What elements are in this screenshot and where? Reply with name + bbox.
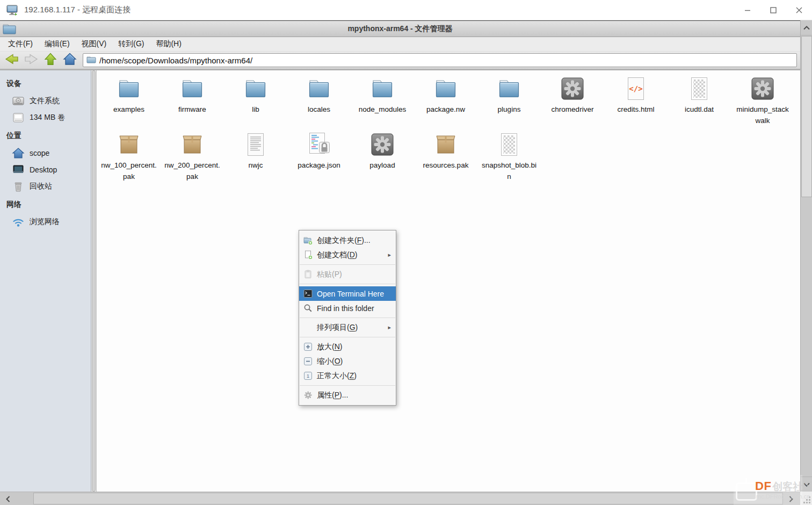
menu-separator xyxy=(300,318,395,318)
folder-icon xyxy=(306,76,332,102)
menubar-item[interactable]: 视图(V) xyxy=(76,37,113,51)
rdp-window-title: 192.168.1.117 - 远程桌面连接 xyxy=(24,5,130,15)
home-button[interactable] xyxy=(60,52,79,68)
file-label: chromedriver xyxy=(552,104,594,116)
menu-item-open-terminal[interactable]: Open Terminal Here xyxy=(299,286,396,301)
data-icon xyxy=(686,76,712,102)
file-label: node_modules xyxy=(359,104,407,116)
zoom-normal-icon: 1 xyxy=(303,371,313,380)
scroll-right-button[interactable] xyxy=(783,492,799,505)
text-icon xyxy=(243,132,269,157)
menu-separator xyxy=(300,385,395,386)
menubar-item[interactable]: 转到(G) xyxy=(112,37,150,51)
sidebar-item[interactable]: 文件系统 xyxy=(0,92,91,109)
menubar-item[interactable]: 编辑(E) xyxy=(39,37,76,51)
menu-item-zoom-out[interactable]: 缩小(O) xyxy=(299,354,396,369)
sidebar-item[interactable]: Desktop xyxy=(0,161,91,178)
file-label: examples xyxy=(113,104,144,116)
home-icon xyxy=(63,52,77,68)
remote-desktop-icon xyxy=(6,4,19,17)
submenu-arrow-icon: ▸ xyxy=(388,324,391,331)
html-icon: </> xyxy=(623,76,649,102)
svg-text:1: 1 xyxy=(307,373,309,379)
sidebar-item[interactable]: 回收站 xyxy=(0,178,91,194)
scrollbar-thumb[interactable] xyxy=(92,70,96,492)
package-icon xyxy=(116,132,142,157)
sidebar-item[interactable]: scope xyxy=(0,145,91,161)
minimize-button[interactable] xyxy=(735,0,760,20)
file-item[interactable]: examples xyxy=(97,73,161,128)
forward-button[interactable] xyxy=(21,52,41,68)
file-label: package.json xyxy=(298,160,340,171)
file-item[interactable]: resources.pak xyxy=(414,128,477,184)
sidebar-item[interactable]: 134 MB 卷 xyxy=(0,109,91,126)
address-bar[interactable]: /home/scope/Downloads/mpythonx-arm64/ xyxy=(83,53,797,67)
menubar-item[interactable]: 帮助(H) xyxy=(150,37,187,51)
maximize-button[interactable] xyxy=(760,0,786,20)
file-view[interactable]: examples firmware lib locales xyxy=(97,70,800,492)
maximize-icon xyxy=(770,7,777,13)
scroll-down-button[interactable] xyxy=(801,477,812,492)
file-label: minidump_stackwalk xyxy=(734,104,791,127)
file-item[interactable]: nw_100_percent.pak xyxy=(97,128,161,184)
file-item[interactable]: locales xyxy=(287,73,351,128)
file-item[interactable]: firmware xyxy=(161,73,224,128)
menu-item-zoom-in[interactable]: 放大(N) xyxy=(299,340,396,354)
file-item[interactable]: snapshot_blob.bin xyxy=(477,128,541,184)
file-item[interactable]: nw_200_percent.pak xyxy=(161,128,224,184)
close-icon xyxy=(796,7,802,13)
file-label: lib xyxy=(252,104,259,116)
scroll-left-button[interactable] xyxy=(0,492,16,505)
file-item[interactable]: chromedriver xyxy=(541,73,604,128)
zoom-out-icon xyxy=(303,357,313,366)
file-item[interactable]: icudtl.dat xyxy=(668,73,731,128)
up-button[interactable] xyxy=(41,52,60,68)
folder-icon xyxy=(116,76,142,102)
sidebar-item[interactable]: 浏览网络 xyxy=(0,213,91,230)
minimize-icon xyxy=(744,7,751,13)
file-item[interactable]: payload xyxy=(351,128,414,184)
remote-desktop-client: 192.168.1.117 - 远程桌面连接 mpythonx-arm64 - … xyxy=(0,0,812,505)
file-item[interactable]: node_modules xyxy=(351,73,414,128)
file-label: nw_100_percent.pak xyxy=(100,160,157,183)
resize-grip-icon[interactable] xyxy=(804,497,810,503)
sidebar-scrollbar[interactable] xyxy=(91,70,97,492)
horizontal-scrollbar[interactable] xyxy=(0,492,800,505)
file-item[interactable]: nwjc xyxy=(224,128,287,184)
menu-item-create-document[interactable]: 创建文档(D) ▸ xyxy=(299,248,396,262)
vertical-scrollbar[interactable] xyxy=(800,20,812,492)
file-label: firmware xyxy=(178,104,206,116)
scrollbar-thumb[interactable] xyxy=(33,493,783,504)
file-label: credits.html xyxy=(617,104,654,116)
menu-item-find-in-folder[interactable]: Find in this folder xyxy=(299,301,396,315)
menubar-item[interactable]: 文件(F) xyxy=(2,37,39,51)
search-icon xyxy=(303,304,313,313)
menu-item-arrange-items[interactable]: 排列项目(G) ▸ xyxy=(299,320,396,335)
submenu-arrow-icon: ▸ xyxy=(388,251,391,258)
folder-icon xyxy=(496,76,522,102)
file-item[interactable]: package.nw xyxy=(414,73,477,128)
gear-icon xyxy=(303,391,313,400)
file-label: resources.pak xyxy=(423,160,469,171)
file-item[interactable]: lib xyxy=(224,73,287,128)
rdp-titlebar: 192.168.1.117 - 远程桌面连接 xyxy=(0,0,812,20)
file-label: nw_200_percent.pak xyxy=(164,160,221,183)
folder-icon xyxy=(243,76,269,102)
close-button[interactable] xyxy=(786,0,812,20)
scrollbar-thumb[interactable] xyxy=(801,36,812,197)
file-item[interactable]: minidump_stackwalk xyxy=(731,73,794,128)
back-button[interactable] xyxy=(2,52,21,68)
file-item[interactable]: plugins xyxy=(477,73,541,128)
file-item[interactable]: package.json xyxy=(287,128,351,184)
file-label: plugins xyxy=(498,104,521,116)
sidebar: 设备 文件系统 134 MB 卷 位置 scope xyxy=(0,70,91,492)
menu-separator xyxy=(300,284,395,284)
menu-item-create-folder[interactable]: 创建文件夹(F)... xyxy=(299,233,396,248)
sidebar-header-network: 网络 xyxy=(0,194,91,213)
menu-item-properties[interactable]: 属性(P)... xyxy=(299,388,396,402)
fm-window-title: mpythonx-arm64 - 文件管理器 xyxy=(347,24,452,34)
file-item[interactable]: </> credits.html xyxy=(604,73,668,128)
scroll-up-button[interactable] xyxy=(801,20,812,35)
json-icon xyxy=(306,132,332,157)
menu-item-normal-size[interactable]: 1 正常大小(Z) xyxy=(299,369,396,383)
